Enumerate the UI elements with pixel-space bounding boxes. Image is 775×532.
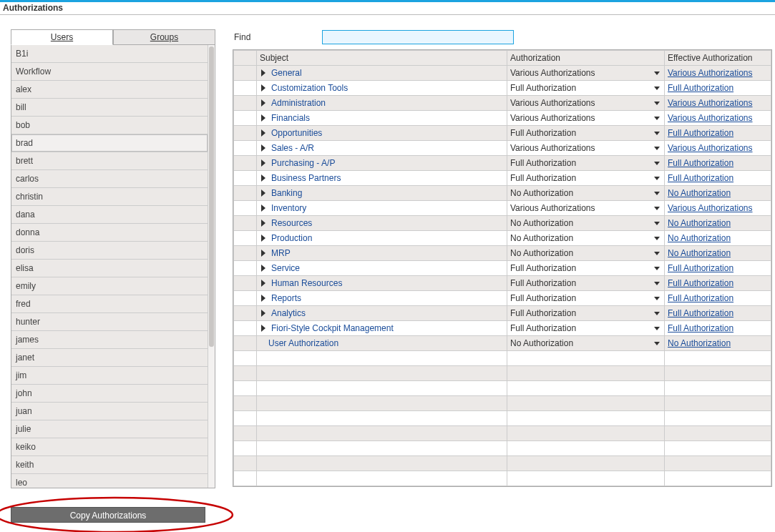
- effective-link[interactable]: No Authorization: [668, 248, 731, 258]
- expand-icon[interactable]: [261, 220, 265, 227]
- subject-cell[interactable]: Business Partners: [257, 171, 507, 186]
- table-row[interactable]: Business PartnersFull AuthorizationFull …: [234, 171, 771, 186]
- user-row[interactable]: brett: [11, 152, 208, 170]
- authorization-cell[interactable]: Various Authorizations: [507, 201, 665, 216]
- dropdown-icon[interactable]: [654, 162, 660, 165]
- authorization-cell[interactable]: No Authorization: [507, 186, 665, 201]
- authorization-cell[interactable]: Various Authorizations: [507, 141, 665, 156]
- effective-cell[interactable]: Full Authorization: [665, 261, 771, 276]
- expand-icon[interactable]: [261, 280, 265, 287]
- dropdown-icon[interactable]: [654, 147, 660, 150]
- user-row[interactable]: brad: [11, 134, 208, 152]
- header-subject[interactable]: Subject: [257, 51, 507, 66]
- effective-link[interactable]: No Authorization: [668, 338, 731, 348]
- effective-link[interactable]: Full Authorization: [668, 173, 733, 183]
- user-row[interactable]: bill: [11, 99, 208, 117]
- authorization-cell[interactable]: Full Authorization: [507, 156, 665, 171]
- user-row[interactable]: carlos: [11, 170, 208, 188]
- effective-cell[interactable]: Full Authorization: [665, 276, 771, 291]
- authorization-cell[interactable]: Full Authorization: [507, 276, 665, 291]
- table-row[interactable]: FinancialsVarious AuthorizationsVarious …: [234, 111, 771, 126]
- effective-cell[interactable]: Full Authorization: [665, 156, 771, 171]
- find-input[interactable]: [322, 30, 514, 44]
- expand-icon[interactable]: [261, 69, 265, 77]
- authorization-cell[interactable]: No Authorization: [507, 336, 665, 351]
- effective-cell[interactable]: Full Authorization: [665, 306, 771, 321]
- subject-cell[interactable]: Human Resources: [257, 276, 507, 291]
- subject-cell[interactable]: MRP: [257, 246, 507, 261]
- authorization-cell[interactable]: No Authorization: [507, 216, 665, 231]
- header-effective[interactable]: Effective Authorization: [665, 51, 771, 66]
- effective-cell[interactable]: Various Authorizations: [665, 201, 771, 216]
- header-authorization[interactable]: Authorization: [507, 51, 665, 66]
- table-row[interactable]: AnalyticsFull AuthorizationFull Authoriz…: [234, 306, 771, 321]
- dropdown-icon[interactable]: [654, 102, 660, 105]
- table-row[interactable]: InventoryVarious AuthorizationsVarious A…: [234, 201, 771, 216]
- table-row[interactable]: Sales - A/RVarious AuthorizationsVarious…: [234, 141, 771, 156]
- effective-link[interactable]: Various Authorizations: [668, 68, 753, 78]
- expand-icon[interactable]: [261, 205, 265, 212]
- effective-link[interactable]: No Authorization: [668, 233, 731, 243]
- subject-cell[interactable]: General: [257, 66, 507, 81]
- dropdown-icon[interactable]: [654, 237, 660, 240]
- dropdown-icon[interactable]: [654, 282, 660, 285]
- subject-cell[interactable]: Purchasing - A/P: [257, 156, 507, 171]
- table-row[interactable]: ResourcesNo AuthorizationNo Authorizatio…: [234, 216, 771, 231]
- user-row[interactable]: john: [11, 385, 208, 403]
- tab-users[interactable]: Users: [11, 29, 113, 45]
- user-row[interactable]: keiko: [11, 438, 208, 456]
- dropdown-icon[interactable]: [654, 177, 660, 180]
- dropdown-icon[interactable]: [654, 342, 660, 345]
- expand-icon[interactable]: [261, 235, 265, 242]
- dropdown-icon[interactable]: [654, 297, 660, 300]
- effective-link[interactable]: Various Authorizations: [668, 143, 753, 153]
- effective-cell[interactable]: Full Authorization: [665, 81, 771, 96]
- subject-cell[interactable]: Inventory: [257, 201, 507, 216]
- authorization-cell[interactable]: Various Authorizations: [507, 96, 665, 111]
- subject-cell[interactable]: Reports: [257, 291, 507, 306]
- user-row[interactable]: james: [11, 331, 208, 349]
- user-row[interactable]: elisa: [11, 260, 208, 277]
- user-row[interactable]: janet: [11, 349, 208, 367]
- user-list[interactable]: B1iWorkflowalexbillbobbradbrettcarloschr…: [11, 45, 208, 488]
- subject-cell[interactable]: Banking: [257, 186, 507, 201]
- user-row[interactable]: juan: [11, 403, 208, 420]
- table-row[interactable]: ProductionNo AuthorizationNo Authorizati…: [234, 231, 771, 246]
- effective-cell[interactable]: Various Authorizations: [665, 111, 771, 126]
- authorization-cell[interactable]: Full Authorization: [507, 291, 665, 306]
- expand-icon[interactable]: [261, 189, 265, 197]
- effective-link[interactable]: Full Authorization: [668, 278, 733, 288]
- dropdown-icon[interactable]: [654, 312, 660, 315]
- effective-cell[interactable]: Various Authorizations: [665, 96, 771, 111]
- user-row[interactable]: hunter: [11, 313, 208, 331]
- effective-link[interactable]: No Authorization: [668, 188, 731, 198]
- effective-link[interactable]: Full Authorization: [668, 158, 733, 168]
- user-row[interactable]: fred: [11, 295, 208, 313]
- subject-cell[interactable]: Service: [257, 261, 507, 276]
- dropdown-icon[interactable]: [654, 192, 660, 195]
- table-row[interactable]: OpportunitiesFull AuthorizationFull Auth…: [234, 126, 771, 141]
- user-row[interactable]: dana: [11, 206, 208, 224]
- expand-icon[interactable]: [261, 114, 265, 122]
- subject-cell[interactable]: Fiori-Style Cockpit Management: [257, 321, 507, 336]
- expand-icon[interactable]: [261, 250, 265, 257]
- authorization-cell[interactable]: Full Authorization: [507, 81, 665, 96]
- table-row[interactable]: Fiori-Style Cockpit ManagementFull Autho…: [234, 321, 771, 336]
- subject-cell[interactable]: Production: [257, 231, 507, 246]
- user-row[interactable]: emily: [11, 277, 208, 295]
- table-row[interactable]: Human ResourcesFull AuthorizationFull Au…: [234, 276, 771, 291]
- subject-cell[interactable]: Sales - A/R: [257, 141, 507, 156]
- effective-cell[interactable]: Full Authorization: [665, 321, 771, 336]
- user-row[interactable]: julie: [11, 420, 208, 438]
- effective-cell[interactable]: Full Authorization: [665, 291, 771, 306]
- effective-link[interactable]: Full Authorization: [668, 293, 733, 303]
- effective-link[interactable]: Various Authorizations: [668, 98, 753, 108]
- tab-groups[interactable]: Groups: [113, 29, 215, 45]
- user-row[interactable]: doris: [11, 242, 208, 260]
- effective-link[interactable]: Full Authorization: [668, 128, 733, 138]
- scrollbar-thumb[interactable]: [209, 46, 214, 347]
- effective-cell[interactable]: No Authorization: [665, 336, 771, 351]
- expand-icon[interactable]: [261, 265, 265, 272]
- authorization-cell[interactable]: No Authorization: [507, 246, 665, 261]
- expand-icon[interactable]: [261, 295, 265, 302]
